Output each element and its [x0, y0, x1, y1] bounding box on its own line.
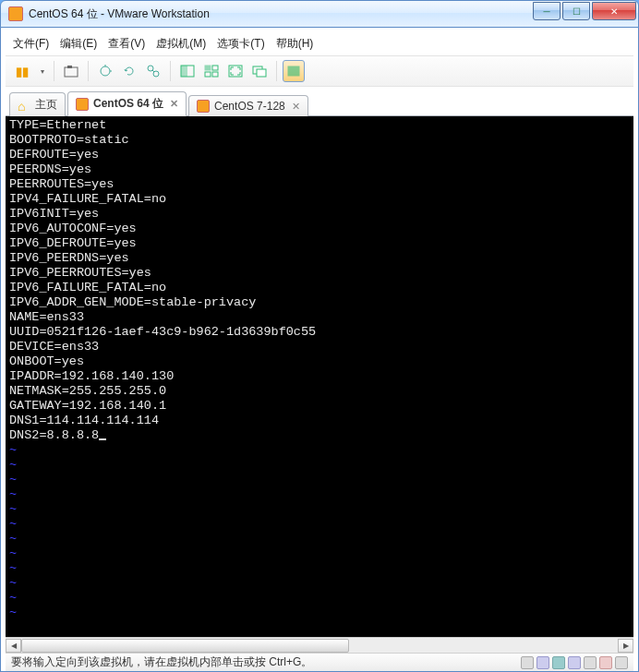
tab-close-icon[interactable]: ✕	[170, 98, 178, 110]
svg-rect-10	[205, 72, 211, 77]
svg-rect-1	[67, 66, 72, 68]
tab-1[interactable]: CentOS 64 位✕	[67, 91, 187, 116]
tab-label: CentOS 64 位	[93, 96, 163, 112]
tab-2[interactable]: CentOS 7-128✕	[188, 95, 308, 116]
menu-view[interactable]: 查看(V)	[108, 36, 145, 52]
svg-rect-7	[181, 66, 187, 77]
scroll-track[interactable]	[21, 639, 618, 653]
app-icon	[8, 6, 23, 21]
svg-rect-8	[205, 66, 211, 70]
horizontal-scrollbar[interactable]: ◀ ▶	[6, 637, 633, 653]
statusbar: 要将输入定向到该虚拟机，请在虚拟机内部单击或按 Ctrl+G。	[6, 653, 633, 671]
svg-point-2	[101, 66, 110, 76]
maximize-button[interactable]: ☐	[562, 2, 590, 20]
window-title: CentOS 64 位 - VMware Workstation	[29, 6, 531, 22]
scroll-right-button[interactable]: ▶	[618, 639, 633, 653]
device-network-icon[interactable]	[552, 656, 565, 669]
close-button[interactable]: ✕	[592, 2, 636, 20]
take-snapshot-button[interactable]	[94, 60, 116, 82]
device-sound-icon[interactable]	[584, 656, 597, 669]
tabstrip: ⌂主页CentOS 64 位✕CentOS 7-128✕	[6, 87, 633, 116]
device-usb-icon[interactable]	[568, 656, 581, 669]
cent-icon	[76, 98, 89, 111]
scroll-left-button[interactable]: ◀	[6, 639, 21, 653]
tab-0[interactable]: ⌂主页	[9, 92, 66, 116]
device-cdrom-icon[interactable]	[537, 656, 549, 669]
minimize-button[interactable]: ─	[533, 2, 561, 20]
vm-console[interactable]: TYPE=Ethernet BOOTPROTO=static DEFROUTE=…	[6, 116, 633, 637]
device-display-icon[interactable]	[615, 656, 628, 669]
menu-help[interactable]: 帮助(H)	[276, 36, 314, 52]
tab-label: 主页	[35, 97, 57, 113]
view-console-button[interactable]	[176, 60, 199, 82]
menu-vm[interactable]: 虚拟机(M)	[156, 36, 206, 52]
unity-button[interactable]	[248, 60, 271, 82]
menu-edit[interactable]: 编辑(E)	[60, 36, 97, 52]
svg-rect-11	[212, 72, 218, 77]
view-multi-button[interactable]	[200, 60, 223, 82]
svg-rect-14	[257, 69, 266, 77]
svg-rect-9	[212, 66, 218, 70]
device-printer-icon[interactable]	[599, 656, 612, 669]
device-harddisk-icon[interactable]	[521, 656, 534, 669]
power-dropdown[interactable]	[35, 60, 48, 82]
scroll-thumb[interactable]	[21, 639, 349, 653]
status-text: 要将输入定向到该虚拟机，请在虚拟机内部单击或按 Ctrl+G。	[11, 654, 312, 670]
menu-file[interactable]: 文件(F)	[13, 36, 49, 52]
svg-line-5	[152, 70, 154, 72]
manage-snapshots-button[interactable]	[142, 60, 164, 82]
home-icon: ⌂	[18, 99, 30, 112]
stretch-button[interactable]	[283, 60, 305, 82]
toolbar: ▮▮	[6, 55, 633, 87]
tab-close-icon[interactable]: ✕	[292, 101, 300, 113]
menubar: 文件(F) 编辑(E) 查看(V) 虚拟机(M) 选项卡(T) 帮助(H)	[6, 32, 633, 55]
tab-label: CentOS 7-128	[214, 100, 285, 113]
menu-tabs[interactable]: 选项卡(T)	[217, 36, 264, 52]
svg-rect-0	[65, 67, 78, 77]
titlebar[interactable]: CentOS 64 位 - VMware Workstation ─ ☐ ✕	[0, 0, 639, 28]
svg-rect-15	[288, 66, 299, 76]
pause-button[interactable]: ▮▮	[11, 60, 33, 82]
snapshot-button[interactable]	[60, 60, 82, 82]
fullscreen-button[interactable]	[224, 60, 247, 82]
cent-icon	[197, 100, 210, 113]
revert-snapshot-button[interactable]	[118, 60, 140, 82]
